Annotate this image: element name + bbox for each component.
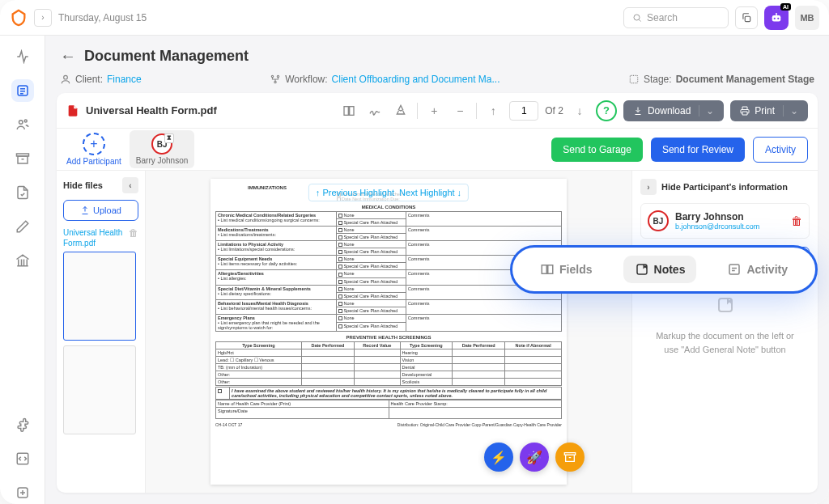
nav-forward-button[interactable]: › (34, 9, 52, 27)
copy-icon[interactable] (735, 6, 758, 29)
svg-rect-22 (729, 265, 739, 274)
hide-files-label: Hide files (63, 180, 103, 190)
next-highlight-link[interactable]: Next Highlight ↓ (399, 188, 461, 197)
svg-rect-20 (548, 265, 553, 274)
fab-rocket-icon[interactable]: 🚀 (520, 443, 549, 472)
search-placeholder: Search (647, 12, 678, 23)
collapse-files-button[interactable]: ‹ (122, 177, 138, 193)
svg-rect-17 (350, 106, 354, 115)
action-row: + Add Participant BJ⧗ Barry Johnson Send… (57, 129, 818, 171)
layout-icon[interactable] (339, 101, 359, 121)
fab-lightning-icon[interactable]: ⚡ (484, 443, 513, 472)
svg-point-7 (19, 121, 23, 125)
tab-notes[interactable]: Notes (623, 256, 697, 283)
signature-icon[interactable] (365, 101, 385, 121)
remove-participant-icon[interactable]: 🗑 (791, 214, 802, 227)
meta-bar: Client: Finance Workflow: Client Offboar… (45, 74, 829, 93)
send-garage-button[interactable]: Send to Garage (551, 138, 643, 162)
left-nav (0, 36, 45, 504)
pdf-icon (66, 104, 79, 117)
page-of-label: Of 2 (545, 105, 563, 116)
page-title: Document Management (84, 48, 249, 65)
zoom-in-icon[interactable]: + (424, 101, 444, 121)
svg-rect-1 (745, 16, 750, 21)
nav-extension-icon[interactable] (11, 413, 34, 436)
nav-plugin-icon[interactable] (11, 481, 34, 504)
search-input[interactable]: Search (623, 7, 729, 28)
topbar: › Thursday, August 15 Search AI MB (0, 0, 829, 36)
page-up-icon[interactable]: ↑ (483, 101, 503, 121)
note-empty-icon (648, 294, 801, 323)
app-logo[interactable] (10, 9, 28, 27)
print-button[interactable]: Print⌄ (730, 100, 808, 121)
upload-button[interactable]: Upload (63, 200, 138, 221)
client-group[interactable]: Client: Finance (60, 74, 142, 85)
page-number-input[interactable] (509, 101, 538, 121)
svg-point-13 (277, 75, 278, 77)
participant-email: b.johnson@drconsult.com (675, 222, 759, 231)
participant-name: Barry Johnson (675, 211, 759, 222)
back-arrow-icon[interactable]: ← (60, 47, 76, 66)
document-name: Universal Health Form.pdf (86, 104, 217, 116)
panel-tabs-pill: Fields Notes Activity (510, 245, 818, 294)
file-link[interactable]: Universal Health Form.pdf 🗑 (63, 227, 138, 248)
activity-button[interactable]: Activity (753, 137, 808, 163)
fab-archive-icon[interactable] (555, 443, 585, 472)
nav-documents-icon[interactable] (11, 79, 34, 102)
doc-toolbar: Universal Health Form.pdf + − ↑ Of 2 ↓ ? (57, 93, 818, 129)
send-review-button[interactable]: Send for Review (651, 138, 745, 162)
help-button[interactable]: ? (596, 100, 617, 121)
tab-fields[interactable]: Fields (529, 256, 603, 283)
download-button[interactable]: Download⌄ (623, 100, 724, 121)
user-avatar[interactable]: MB (795, 6, 819, 30)
stage-group[interactable]: Stage: Document Management Stage (628, 74, 814, 85)
svg-rect-16 (344, 106, 348, 115)
nav-file-icon[interactable] (11, 181, 34, 204)
ai-badge: AI (780, 3, 791, 11)
svg-rect-5 (776, 13, 777, 15)
svg-point-8 (24, 120, 27, 122)
nav-code-icon[interactable] (11, 447, 34, 470)
ai-assistant-button[interactable]: AI (764, 6, 789, 30)
svg-point-3 (774, 17, 776, 19)
nav-archive-icon[interactable] (11, 147, 34, 170)
page-down-icon[interactable]: ↓ (570, 101, 589, 121)
hide-participant-label: Hide Participant's information (661, 182, 788, 192)
collapse-right-button[interactable]: › (640, 179, 657, 195)
svg-point-14 (274, 81, 276, 83)
nav-edit-icon[interactable] (11, 215, 34, 238)
svg-point-4 (777, 17, 779, 19)
svg-rect-2 (772, 15, 781, 22)
zoom-out-icon[interactable]: − (450, 101, 470, 121)
current-date: Thursday, August 15 (58, 12, 147, 23)
participant-avatar: BJ (648, 210, 669, 231)
highlight-nav: ↑ Previous Highlight Next Highlight ↓ (308, 184, 469, 201)
nav-bank-icon[interactable] (11, 249, 34, 272)
workflow-group[interactable]: Workflow: Client Offboarding and Documen… (270, 74, 500, 85)
svg-rect-19 (542, 265, 546, 274)
add-participant-button[interactable]: + Add Participant (66, 133, 121, 166)
nav-people-icon[interactable] (11, 113, 34, 136)
page-thumb-2[interactable] (63, 345, 136, 434)
page-header: ← Document Management (45, 36, 829, 74)
prev-highlight-link[interactable]: ↑ Previous Highlight (316, 188, 394, 197)
participant-chip[interactable]: BJ⧗ Barry Johnson (130, 130, 194, 168)
nav-activity-icon[interactable] (11, 45, 34, 68)
svg-point-11 (64, 75, 68, 79)
svg-rect-15 (630, 75, 637, 83)
delete-file-icon[interactable]: 🗑 (129, 227, 138, 240)
tab-activity[interactable]: Activity (716, 256, 799, 283)
participant-info: BJ Barry Johnson b.johnson@drconsult.com… (640, 203, 810, 239)
file-panel: Hide files ‹ Upload Universal Health For… (57, 171, 146, 493)
highlight-icon[interactable] (391, 101, 410, 121)
document-viewer[interactable]: ↑ Previous Highlight Next Highlight ↓ IM… (146, 171, 631, 493)
svg-point-0 (634, 15, 640, 20)
page-thumb-1[interactable] (63, 252, 136, 341)
right-panel: › Hide Participant's information BJ Barr… (631, 171, 818, 493)
svg-point-12 (271, 75, 273, 77)
